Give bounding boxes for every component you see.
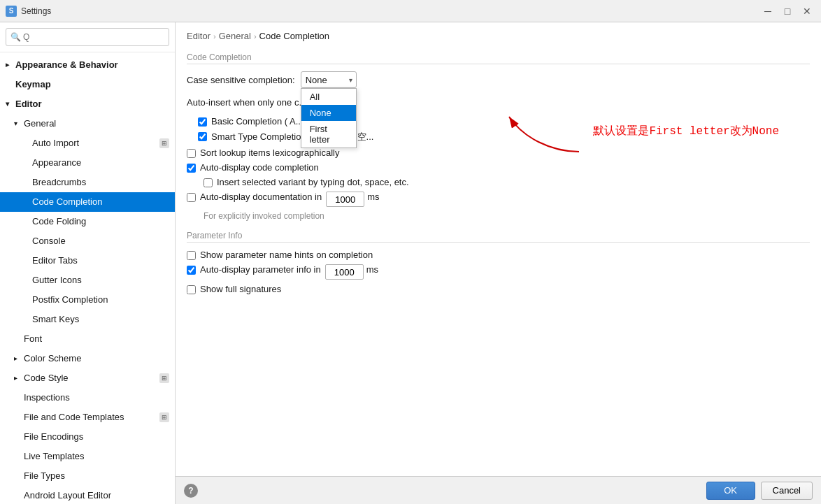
dropdown-item-none[interactable]: None (301, 105, 356, 121)
sidebar-item-appearance-behavior[interactable]: Appearance & Behavior (0, 55, 175, 75)
basic-completion-label: Basic Completion ( A... (211, 116, 304, 127)
ok-button[interactable]: OK (706, 482, 755, 500)
breadcrumb-current: Code Completion (259, 31, 329, 41)
chevron-right-icon (6, 57, 14, 73)
auto-display-param-checkbox[interactable] (187, 266, 196, 275)
search-icon: 🔍 (10, 32, 21, 42)
breadcrumb: Editor › General › Code Completion (176, 22, 821, 47)
sidebar-item-postfix-completion[interactable]: Postfix Completion (0, 290, 175, 310)
maximize-button[interactable]: □ (779, 3, 796, 20)
window-controls: ─ □ ✕ (759, 3, 815, 20)
sort-lookup-label: Sort lookup items lexicographically (200, 147, 339, 158)
sidebar-item-editor[interactable]: Editor (0, 94, 175, 114)
badge-icon: ⊞ (159, 412, 169, 422)
sort-lookup-checkbox[interactable] (187, 149, 196, 158)
sidebar-item-code-completion[interactable]: Code Completion (0, 192, 175, 212)
chevron-right-icon (14, 351, 22, 366)
cancel-button[interactable]: Cancel (761, 482, 813, 500)
breadcrumb-part-general: General (219, 31, 251, 41)
content-panel: Editor › General › Code Completion Code … (176, 22, 821, 504)
smart-type-completion-checkbox[interactable] (198, 132, 207, 141)
minimize-button[interactable]: ─ (759, 3, 776, 20)
sort-lookup-row: Sort lookup items lexicographically (187, 147, 810, 158)
breadcrumb-separator: › (254, 32, 257, 41)
auto-display-doc-row: Auto-display documentation in ms (187, 192, 810, 207)
sidebar-item-file-encodings[interactable]: File Encodings (0, 427, 175, 447)
auto-display-completion-row: Auto-display code completion (187, 162, 810, 173)
settings-panel: Code Completion Case sensitive completio… (176, 47, 821, 476)
sidebar-item-smart-keys[interactable]: Smart Keys (0, 310, 175, 329)
window-title: Settings (21, 6, 759, 16)
sidebar-item-appearance[interactable]: Appearance (0, 153, 175, 173)
search-input[interactable] (6, 28, 169, 46)
app-icon: S (6, 6, 17, 17)
footer: ? OK Cancel (176, 476, 821, 504)
sidebar-item-keymap[interactable]: Keymap (0, 75, 175, 94)
sidebar-item-breadcrumbs[interactable]: Breadcrumbs (0, 173, 175, 192)
auto-display-doc-checkbox[interactable] (187, 193, 196, 202)
auto-display-param-input[interactable] (325, 264, 364, 280)
chevron-down-icon (6, 96, 14, 112)
auto-display-completion-label: Auto-display code completion (200, 162, 319, 173)
auto-display-param-row: Auto-display parameter info in ms (187, 264, 810, 280)
main-container: 🔍 Appearance & Behavior Keymap Editor Ge… (0, 22, 821, 504)
sidebar-item-code-folding[interactable]: Code Folding (0, 212, 175, 231)
insert-selected-row: Insert selected variant by typing dot, s… (204, 177, 810, 187)
dropdown-item-all[interactable]: All (301, 89, 356, 105)
auto-insert-row: Auto-insert when only one c... (187, 94, 810, 110)
search-box: 🔍 (0, 22, 175, 52)
insert-selected-checkbox[interactable] (204, 178, 213, 187)
ms-label-1: ms (367, 192, 379, 202)
code-completion-section-title: Code Completion (187, 52, 810, 64)
auto-display-doc-label: Auto-display documentation in (200, 192, 322, 202)
footer-left: ? (184, 484, 701, 498)
auto-display-param-label: Auto-display parameter info in (200, 264, 321, 275)
show-param-hints-label: Show parameter name hints on completion (200, 250, 373, 260)
ms-label-2: ms (366, 264, 378, 275)
sidebar-item-auto-import[interactable]: Auto Import ⊞ (0, 134, 175, 153)
show-full-signatures-row: Show full signatures (187, 284, 810, 294)
chevron-right-icon (14, 370, 22, 386)
sidebar-item-color-scheme[interactable]: Color Scheme (0, 349, 175, 368)
case-sensitive-dropdown[interactable]: None (301, 71, 357, 88)
case-sensitive-dropdown-wrapper: None All None First letter (301, 71, 357, 88)
sidebar-item-file-code-templates[interactable]: File and Code Templates ⊞ (0, 408, 175, 427)
auto-display-doc-input[interactable] (326, 192, 364, 207)
sidebar-item-font[interactable]: Font (0, 329, 175, 349)
close-button[interactable]: ✕ (799, 3, 815, 20)
insert-selected-label: Insert selected variant by typing dot, s… (217, 177, 409, 187)
basic-completion-checkbox[interactable] (198, 117, 207, 127)
search-wrapper: 🔍 (6, 28, 169, 46)
explicit-invocation-note: For explicitly invoked completion (204, 211, 810, 221)
sidebar-item-editor-tabs[interactable]: Editor Tabs (0, 251, 175, 271)
show-param-hints-checkbox[interactable] (187, 251, 196, 260)
sidebar-tree: Appearance & Behavior Keymap Editor Gene… (0, 52, 175, 504)
smart-type-completion-row: Smart Type Completion ( Ctrl+Shift+空... (198, 131, 810, 143)
chevron-down-icon (14, 116, 22, 131)
auto-insert-label: Auto-insert when only one c... (187, 97, 306, 108)
sidebar: 🔍 Appearance & Behavior Keymap Editor Ge… (0, 22, 176, 504)
parameter-info-section-title: Parameter Info (187, 231, 810, 243)
sidebar-item-inspections[interactable]: Inspections (0, 388, 175, 408)
case-sensitive-row: Case sensitive completion: None All None… (187, 71, 810, 88)
show-full-signatures-checkbox[interactable] (187, 285, 196, 294)
case-sensitive-dropdown-menu: All None First letter (301, 88, 357, 148)
sidebar-item-console[interactable]: Console (0, 231, 175, 251)
sidebar-item-live-templates[interactable]: Live Templates (0, 447, 175, 466)
sidebar-item-code-style[interactable]: Code Style ⊞ (0, 368, 175, 388)
sidebar-item-general[interactable]: General (0, 114, 175, 134)
case-sensitive-label: Case sensitive completion: (187, 75, 295, 85)
badge-icon: ⊞ (159, 373, 169, 383)
breadcrumb-part-editor: Editor (187, 31, 210, 41)
auto-display-completion-checkbox[interactable] (187, 164, 196, 173)
titlebar: S Settings ─ □ ✕ (0, 0, 821, 22)
sidebar-item-gutter-icons[interactable]: Gutter Icons (0, 271, 175, 290)
sidebar-item-android-layout-editor[interactable]: Android Layout Editor (0, 486, 175, 504)
dropdown-item-first-letter[interactable]: First letter (301, 121, 356, 147)
breadcrumb-separator: › (213, 32, 216, 41)
badge-icon: ⊞ (159, 138, 169, 148)
show-param-hints-row: Show parameter name hints on completion (187, 250, 810, 260)
sidebar-item-file-types[interactable]: File Types (0, 466, 175, 486)
help-button[interactable]: ? (184, 484, 198, 498)
show-full-signatures-label: Show full signatures (200, 284, 281, 294)
